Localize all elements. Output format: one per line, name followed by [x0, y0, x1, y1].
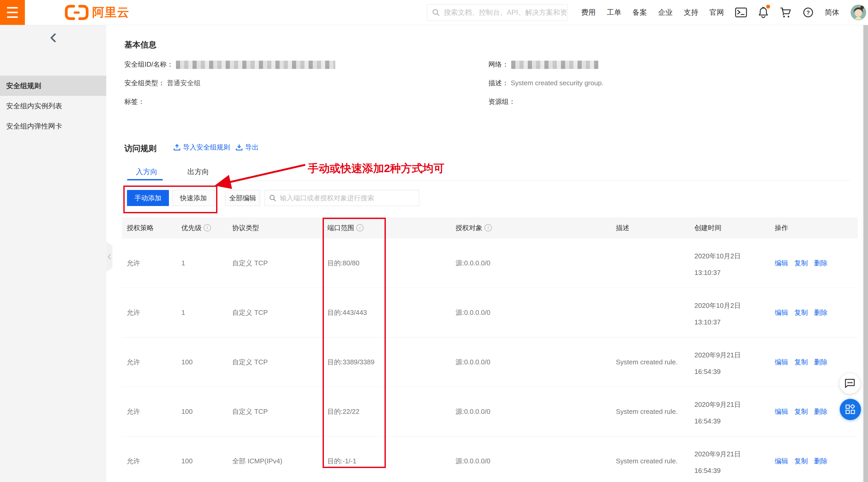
notifications-bell-icon[interactable]: [758, 7, 769, 18]
cell-source: 源:0.0.0.0/0: [456, 288, 490, 337]
edit-all-button[interactable]: 全部编辑: [225, 190, 260, 206]
edit-link[interactable]: 编辑: [775, 407, 788, 416]
edit-link[interactable]: 编辑: [775, 457, 788, 466]
table-row: 允许100全部 ICMP(IPv4)目的:-1/-1源:0.0.0.0/0Sys…: [122, 436, 858, 482]
top-nav-item[interactable]: 企业: [658, 7, 673, 18]
help-icon[interactable]: ?: [803, 7, 814, 18]
cell-port: 目的:80/80: [327, 238, 360, 288]
svg-text:?: ?: [806, 9, 810, 16]
info-icon[interactable]: i: [356, 224, 364, 232]
cell-policy: 允许: [127, 337, 140, 387]
rules-table-header: 授权策略优先级i协议类型端口范围i授权对象i描述创建时间操作: [122, 217, 858, 239]
top-nav-item[interactable]: 官网: [709, 7, 724, 18]
hamburger-menu-button[interactable]: [0, 0, 25, 25]
cell-policy: 允许: [127, 238, 140, 288]
cell-created-date: 2020年9月21日: [694, 400, 741, 409]
cell-source: 源:0.0.0.0/0: [456, 337, 490, 387]
sidebar-item[interactable]: 安全组内实例列表: [0, 96, 106, 116]
aliyun-logo[interactable]: 阿里云: [65, 4, 129, 21]
sidebar-back-button[interactable]: [0, 29, 106, 47]
global-search-box[interactable]: [427, 4, 567, 21]
import-rules-link[interactable]: 导入安全组规则: [173, 143, 230, 152]
sidebar-item[interactable]: 安全组规则: [0, 76, 106, 96]
column-header-label: 授权对象: [456, 217, 483, 238]
cart-icon[interactable]: [780, 7, 792, 18]
column-header: 协议类型: [232, 217, 259, 238]
cell-actions: 编辑复制删除: [775, 337, 828, 387]
delete-link[interactable]: 删除: [814, 457, 828, 466]
tab-outbound[interactable]: 出方向: [187, 167, 209, 177]
copy-link[interactable]: 复制: [795, 358, 808, 367]
cell-port: 目的:22/22: [327, 387, 360, 436]
cell-priority: 1: [181, 288, 185, 337]
copy-link[interactable]: 复制: [795, 259, 808, 268]
cell-protocol: 自定义 TCP: [232, 337, 268, 387]
delete-link[interactable]: 删除: [814, 358, 828, 367]
copy-link[interactable]: 复制: [795, 308, 808, 317]
cell-created-time: 16:54:39: [694, 466, 720, 475]
cell-created-date: 2020年9月21日: [694, 350, 741, 360]
cell-port: 目的:-1/-1: [327, 436, 356, 482]
cell-created-time: 13:10:37: [694, 268, 720, 277]
info-icon[interactable]: i: [204, 224, 211, 232]
quick-add-button[interactable]: 快速添加: [172, 190, 215, 206]
cell-actions: 编辑复制删除: [775, 387, 828, 436]
edit-link[interactable]: 编辑: [775, 358, 788, 367]
cell-actions: 编辑复制删除: [775, 436, 828, 482]
search-icon: [269, 194, 276, 202]
cell-policy: 允许: [127, 436, 140, 482]
copy-link[interactable]: 复制: [795, 407, 808, 416]
rule-search-input[interactable]: [279, 194, 419, 202]
cell-protocol: 自定义 TCP: [232, 238, 268, 288]
sidebar-item[interactable]: 安全组内弹性网卡: [0, 116, 106, 136]
edit-link[interactable]: 编辑: [775, 308, 788, 317]
top-nav-item[interactable]: 工单: [607, 7, 621, 18]
tab-inbound[interactable]: 入方向: [136, 167, 158, 177]
cell-policy: 允许: [127, 288, 140, 337]
column-header-label: 优先级: [181, 217, 202, 238]
delete-link[interactable]: 删除: [814, 259, 828, 268]
rule-search-box[interactable]: [265, 190, 419, 206]
export-link[interactable]: 导出: [235, 143, 258, 152]
top-nav-item[interactable]: 备案: [632, 7, 647, 18]
chevron-left-icon: [107, 254, 112, 260]
column-header: 优先级i: [181, 217, 211, 238]
info-icon[interactable]: i: [485, 224, 492, 232]
app-launcher-button[interactable]: [840, 399, 861, 420]
delete-link[interactable]: 删除: [814, 407, 828, 416]
copy-link[interactable]: 复制: [795, 457, 808, 466]
manual-add-button[interactable]: 手动添加: [127, 190, 169, 206]
edit-link[interactable]: 编辑: [775, 259, 788, 268]
cell-priority: 100: [181, 387, 192, 436]
annotation-arrow: [205, 155, 313, 194]
cell-desc: System created rule.: [616, 436, 678, 482]
cell-created-time: 13:10:37: [694, 318, 720, 327]
column-header-label: 创建时间: [694, 217, 721, 238]
global-search-input[interactable]: [443, 8, 567, 17]
cell-port: 目的:3389/3389: [327, 337, 374, 387]
cell-source: 源:0.0.0.0/0: [456, 387, 490, 436]
sg-id-redacted-value: [176, 61, 335, 69]
vertical-scrollbar[interactable]: [863, 25, 868, 482]
cell-protocol: 自定义 TCP: [232, 387, 268, 436]
rules-table-body: 允许1自定义 TCP目的:80/80源:0.0.0.0/02020年10月2日1…: [122, 238, 858, 482]
hamburger-icon: [7, 7, 18, 8]
language-switch[interactable]: 简体: [825, 7, 839, 18]
column-header: 创建时间: [694, 217, 721, 238]
description-field: 描述：System created security group.: [488, 78, 603, 88]
aliyun-brackets-icon: [65, 4, 89, 21]
top-nav-item[interactable]: 费用: [581, 7, 596, 18]
feedback-chat-button[interactable]: [839, 373, 860, 394]
top-nav: 费用工单备案企业支持官网: [581, 0, 866, 25]
sidebar-collapse-handle[interactable]: [106, 242, 113, 272]
column-header-label: 授权策略: [127, 217, 154, 238]
console-terminal-icon[interactable]: [735, 7, 747, 18]
delete-link[interactable]: 删除: [814, 308, 828, 317]
column-header-label: 协议类型: [232, 217, 259, 238]
top-nav-item[interactable]: 支持: [684, 7, 698, 18]
column-header: 端口范围i: [327, 217, 364, 238]
avatar[interactable]: [850, 4, 866, 21]
tags-field: 标签：: [124, 97, 145, 106]
top-header: 阿里云 费用工单备案企业支持官网: [0, 0, 868, 25]
basic-info-title: 基本信息: [124, 39, 156, 50]
